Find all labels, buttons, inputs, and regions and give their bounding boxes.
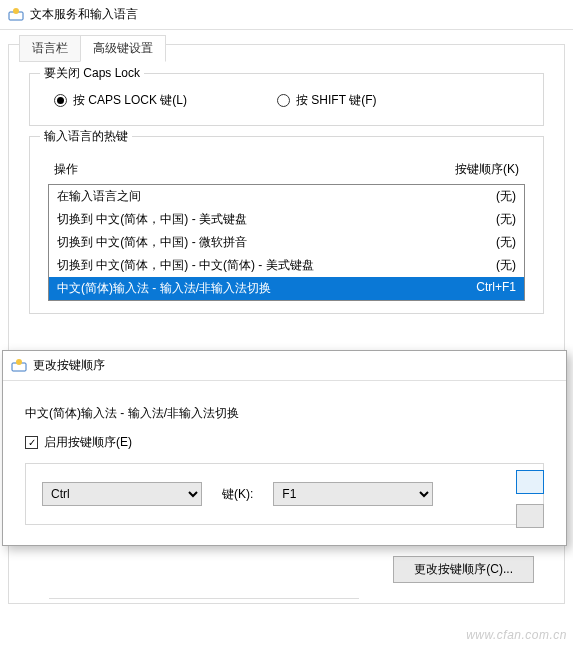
bottom-button-row: 更改按键顺序(C)...: [393, 556, 534, 583]
enable-key-sequence-label: 启用按键顺序(E): [44, 434, 132, 451]
enable-key-sequence-checkbox[interactable]: 启用按键顺序(E): [25, 434, 132, 451]
radio-indicator-icon: [54, 94, 67, 107]
hotkey-row-action: 切换到 中文(简体，中国) - 中文(简体) - 美式键盘: [57, 257, 314, 274]
radio-shift-key[interactable]: 按 SHIFT 键(F): [277, 92, 376, 109]
change-key-sequence-button[interactable]: 更改按键顺序(C)...: [393, 556, 534, 583]
dialog-title: 更改按键顺序: [33, 357, 105, 374]
key-combobox[interactable]: F1: [273, 482, 433, 506]
radio-shift-label: 按 SHIFT 键(F): [296, 92, 376, 109]
keyboard-icon: [8, 7, 24, 23]
key-field-label: 键(K):: [222, 486, 253, 503]
radio-capslock-label: 按 CAPS LOCK 键(L): [73, 92, 187, 109]
cancel-button[interactable]: [516, 504, 544, 528]
group-hotkeys: 输入语言的热键 操作 按键顺序(K) 在输入语言之间(无)切换到 中文(简体，中…: [29, 136, 544, 314]
hotkey-row-key: (无): [496, 211, 516, 228]
header-key: 按键顺序(K): [455, 161, 519, 178]
hotkey-row-key: (无): [496, 188, 516, 205]
key-controls-group: Ctrl 键(K): F1: [25, 463, 544, 525]
group-capslock-title: 要关闭 Caps Lock: [40, 65, 144, 82]
tabstrip: 语言栏 高级键设置: [19, 35, 165, 62]
capslock-radio-row: 按 CAPS LOCK 键(L) 按 SHIFT 键(F): [44, 90, 529, 111]
dialog-body: 中文(简体)输入法 - 输入法/非输入法切换 启用按键顺序(E) Ctrl 键(…: [3, 381, 566, 545]
window-titlebar: 文本服务和输入语言: [0, 0, 573, 30]
radio-indicator-icon: [277, 94, 290, 107]
hotkey-row-action: 切换到 中文(简体，中国) - 微软拼音: [57, 234, 247, 251]
hotkey-row[interactable]: 切换到 中文(简体，中国) - 美式键盘(无): [49, 208, 524, 231]
radio-capslock-key[interactable]: 按 CAPS LOCK 键(L): [54, 92, 187, 109]
hotkey-row[interactable]: 切换到 中文(简体，中国) - 中文(简体) - 美式键盘(无): [49, 254, 524, 277]
keyboard-icon: [11, 358, 27, 374]
ok-button[interactable]: [516, 470, 544, 494]
tab-advanced-keys[interactable]: 高级键设置: [80, 35, 166, 62]
change-key-sequence-dialog: 更改按键顺序 中文(简体)输入法 - 输入法/非输入法切换 启用按键顺序(E) …: [2, 350, 567, 546]
modifier-combobox[interactable]: Ctrl: [42, 482, 202, 506]
hotkey-row[interactable]: 在输入语言之间(无): [49, 185, 524, 208]
window-title: 文本服务和输入语言: [30, 6, 138, 23]
hotkey-row-key: Ctrl+F1: [476, 280, 516, 297]
hotkey-row-action: 中文(简体)输入法 - 输入法/非输入法切换: [57, 280, 271, 297]
hotkey-listbox[interactable]: 在输入语言之间(无)切换到 中文(简体，中国) - 美式键盘(无)切换到 中文(…: [48, 184, 525, 301]
tab-language-bar[interactable]: 语言栏: [19, 35, 81, 62]
dialog-side-buttons: [516, 470, 544, 528]
divider: [49, 598, 359, 599]
dialog-titlebar: 更改按键顺序: [3, 351, 566, 381]
hotkey-row[interactable]: 中文(简体)输入法 - 输入法/非输入法切换Ctrl+F1: [49, 277, 524, 300]
group-capslock: 要关闭 Caps Lock 按 CAPS LOCK 键(L) 按 SHIFT 键…: [29, 73, 544, 126]
list-headers: 操作 按键顺序(K): [44, 157, 529, 182]
header-action: 操作: [54, 161, 78, 178]
dialog-subtitle: 中文(简体)输入法 - 输入法/非输入法切换: [25, 405, 544, 422]
panel-content: 要关闭 Caps Lock 按 CAPS LOCK 键(L) 按 SHIFT 键…: [9, 45, 564, 324]
svg-point-1: [13, 8, 19, 14]
group-hotkeys-title: 输入语言的热键: [40, 128, 132, 145]
svg-point-3: [16, 359, 22, 365]
hotkey-row-key: (无): [496, 257, 516, 274]
hotkey-row-action: 在输入语言之间: [57, 188, 141, 205]
checkbox-indicator-icon: [25, 436, 38, 449]
hotkey-row-key: (无): [496, 234, 516, 251]
hotkey-row-action: 切换到 中文(简体，中国) - 美式键盘: [57, 211, 247, 228]
hotkey-row[interactable]: 切换到 中文(简体，中国) - 微软拼音(无): [49, 231, 524, 254]
watermark: www.cfan.com.cn: [466, 628, 567, 642]
